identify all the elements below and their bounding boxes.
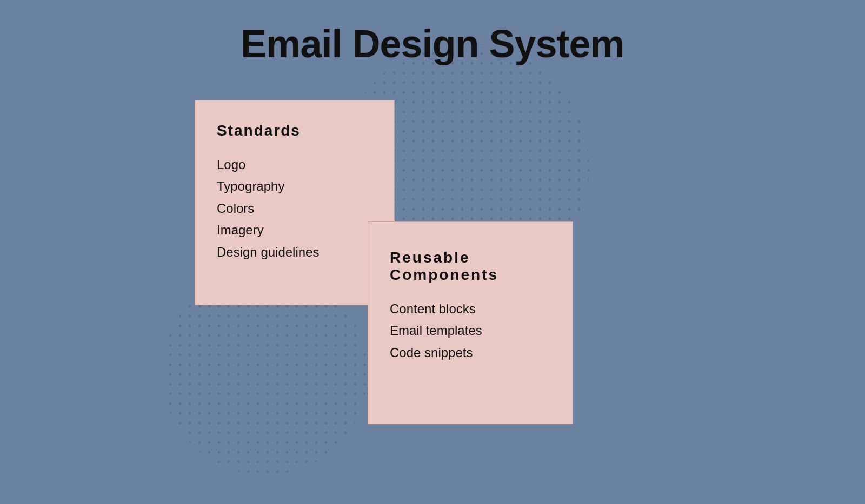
components-card: Reusable Components Content blocks Email… [368, 221, 573, 424]
standards-item-design-guidelines: Design guidelines [217, 242, 372, 263]
components-heading: Reusable Components [390, 249, 551, 284]
components-list: Content blocks Email templates Code snip… [390, 299, 551, 363]
standards-item-imagery: Imagery [217, 220, 372, 240]
standards-heading: Standards [217, 122, 372, 139]
components-item-content-blocks: Content blocks [390, 299, 551, 319]
standards-item-colors: Colors [217, 198, 372, 219]
standards-card: Standards Logo Typography Colors Imagery… [195, 100, 395, 305]
standards-item-logo: Logo [217, 154, 372, 175]
components-item-code-snippets: Code snippets [390, 342, 551, 363]
cards-area: Standards Logo Typography Colors Imagery… [0, 84, 865, 504]
standards-item-typography: Typography [217, 176, 372, 197]
standards-list: Logo Typography Colors Imagery Design gu… [217, 154, 372, 263]
components-item-email-templates: Email templates [390, 320, 551, 341]
page-title: Email Design System [0, 0, 865, 66]
